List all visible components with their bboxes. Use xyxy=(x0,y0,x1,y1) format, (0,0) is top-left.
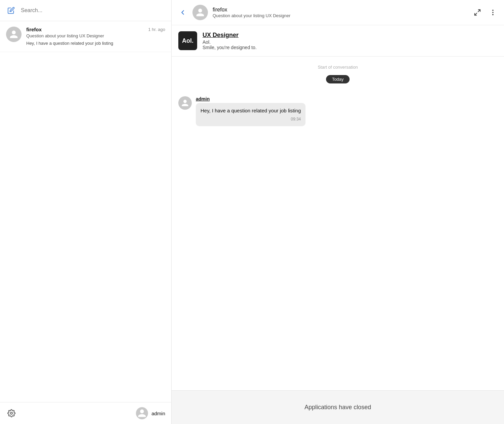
message-person-icon xyxy=(181,99,189,107)
message-content: admin Hey, I have a question related you… xyxy=(196,96,497,126)
svg-point-0 xyxy=(10,412,12,414)
listing-title: UX Designer xyxy=(203,32,257,39)
conv-preview: Hey, I have a question related your job … xyxy=(26,40,165,46)
back-button[interactable] xyxy=(178,7,188,17)
date-label: Start of conversation xyxy=(178,65,497,70)
avatar xyxy=(6,27,22,42)
left-panel: firefox 1 hr. ago Question about your li… xyxy=(0,0,172,424)
right-header-subtitle: Question about your listing UX Designer xyxy=(213,13,468,18)
conv-name: firefox xyxy=(26,27,42,32)
compose-button[interactable] xyxy=(6,5,16,15)
bottom-bar: Applications have closed xyxy=(172,390,504,424)
listing-card: Aol. UX Designer Aol. Smile, you're desi… xyxy=(172,25,504,57)
compose-icon xyxy=(7,7,15,14)
footer-user: admin xyxy=(136,407,165,419)
svg-point-5 xyxy=(493,14,493,15)
svg-line-2 xyxy=(475,13,477,15)
right-header-actions xyxy=(472,7,498,17)
right-header-name: firefox xyxy=(213,7,468,13)
message-time: 09:34 xyxy=(201,116,301,122)
conv-body: firefox 1 hr. ago Question about your li… xyxy=(26,27,165,46)
svg-point-3 xyxy=(493,10,493,11)
listing-tagline: Smile, you're designed to. xyxy=(203,45,257,50)
message-sender: admin xyxy=(196,96,497,102)
conversation-list: firefox 1 hr. ago Question about your li… xyxy=(0,21,171,402)
search-input[interactable] xyxy=(21,7,165,13)
message-row: admin Hey, I have a question related you… xyxy=(178,96,497,126)
conversation-item[interactable]: firefox 1 hr. ago Question about your li… xyxy=(0,21,171,52)
conv-time: 1 hr. ago xyxy=(148,27,165,32)
right-header-info: firefox Question about your listing UX D… xyxy=(213,7,468,18)
listing-info: UX Designer Aol. Smile, you're designed … xyxy=(203,32,257,50)
conv-subtitle: Question about your listing UX Designer xyxy=(26,33,165,39)
listing-logo: Aol. xyxy=(178,31,197,50)
conv-top-row: firefox 1 hr. ago xyxy=(26,27,165,32)
header-person-icon xyxy=(195,8,205,17)
listing-logo-text: Aol. xyxy=(182,37,193,44)
message-avatar xyxy=(178,96,192,110)
svg-point-4 xyxy=(493,12,493,13)
right-header: firefox Question about your listing UX D… xyxy=(172,0,504,25)
chat-area: Start of conversation Today admin Hey, I… xyxy=(172,57,504,390)
expand-icon xyxy=(474,9,481,16)
message-bubble: Hey, I have a question related your job … xyxy=(196,103,305,126)
footer-avatar xyxy=(136,407,148,419)
more-icon xyxy=(489,9,497,16)
right-panel: firefox Question about your listing UX D… xyxy=(172,0,504,424)
footer-person-icon xyxy=(137,409,147,418)
settings-button[interactable] xyxy=(6,408,17,419)
header-avatar xyxy=(192,5,208,20)
bottom-bar-text: Applications have closed xyxy=(304,404,371,411)
date-badge: Today xyxy=(326,75,350,83)
gear-icon xyxy=(7,409,15,417)
back-icon xyxy=(179,9,186,16)
expand-button[interactable] xyxy=(472,7,482,17)
footer-username: admin xyxy=(151,411,165,416)
message-text: Hey, I have a question related your job … xyxy=(201,108,301,113)
listing-company: Aol. xyxy=(203,39,257,45)
more-options-button[interactable] xyxy=(488,7,498,17)
date-badge-wrapper: Today xyxy=(178,75,497,90)
left-header xyxy=(0,0,171,21)
svg-line-1 xyxy=(478,10,480,12)
person-icon xyxy=(9,30,19,39)
left-footer: admin xyxy=(0,402,171,424)
